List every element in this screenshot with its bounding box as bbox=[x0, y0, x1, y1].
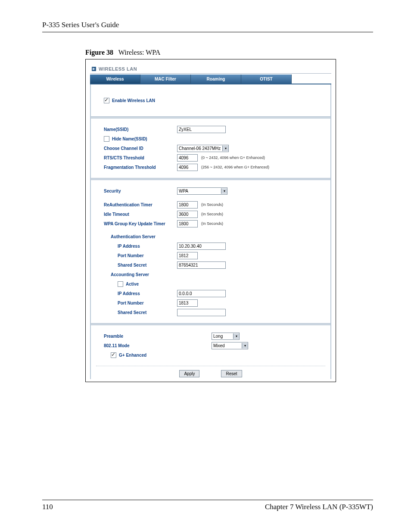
acct-ip-input[interactable] bbox=[177, 290, 226, 297]
preamble-value: Long bbox=[213, 334, 223, 339]
tab-otist[interactable]: OTIST bbox=[241, 75, 292, 84]
bullet-icon bbox=[92, 67, 96, 71]
rts-hint: (0 ~ 2432, 4096 when G+ Enhanced) bbox=[201, 156, 265, 160]
doc-header: P-335 Series User's Guide bbox=[42, 21, 373, 32]
idle-input[interactable] bbox=[177, 211, 198, 218]
chevron-down-icon: ▾ bbox=[221, 188, 227, 194]
channel-value: Channel-06 2437MHz bbox=[179, 146, 221, 151]
preamble-select[interactable]: Long ▾ bbox=[212, 333, 240, 340]
channel-select[interactable]: Channel-06 2437MHz ▾ bbox=[177, 145, 229, 152]
ssid-name-input[interactable] bbox=[177, 126, 226, 133]
security-value: WPA bbox=[179, 189, 188, 193]
panel-title-bar: WIRELESS LAN bbox=[90, 65, 331, 74]
acct-secret-input[interactable] bbox=[177, 309, 226, 316]
idle-hint: (In Seconds) bbox=[201, 212, 223, 216]
reauth-hint: (In Seconds) bbox=[201, 202, 223, 207]
group-key-hint: (In Seconds) bbox=[201, 221, 223, 226]
acct-ip-label: IP Address bbox=[104, 291, 177, 296]
reauth-input[interactable] bbox=[177, 201, 198, 208]
auth-port-input[interactable] bbox=[177, 252, 198, 259]
rts-label: RTS/CTS Threshold bbox=[104, 156, 177, 160]
auth-server-label: Authentication Server bbox=[104, 234, 177, 239]
screenshot-frame: WIRELESS LAN Wireless MAC Filter Roaming… bbox=[85, 59, 336, 382]
auth-ip-label: IP Address bbox=[104, 244, 177, 249]
acct-port-input[interactable] bbox=[177, 299, 198, 307]
auth-secret-label: Shared Secret bbox=[104, 263, 177, 268]
page-footer: 110 Chapter 7 Wireless LAN (P-335WT) bbox=[42, 500, 373, 511]
hide-ssid-checkbox[interactable] bbox=[104, 136, 109, 142]
gplus-label: G+ Enhanced bbox=[119, 353, 146, 358]
tab-wireless[interactable]: Wireless bbox=[90, 75, 140, 84]
rts-input[interactable] bbox=[177, 154, 198, 162]
auth-port-label: Port Number bbox=[104, 253, 177, 258]
reauth-label: ReAuthentication Timer bbox=[104, 202, 177, 207]
figure-caption: Figure 38 Wireless: WPA bbox=[85, 49, 373, 56]
security-label: Security bbox=[104, 189, 177, 193]
page-number: 110 bbox=[42, 503, 53, 511]
acct-port-label: Port Number bbox=[104, 301, 177, 305]
hide-ssid-label: Hide Name(SSID) bbox=[112, 137, 147, 141]
chevron-down-icon: ▾ bbox=[222, 146, 228, 151]
tab-mac-filter[interactable]: MAC Filter bbox=[140, 75, 191, 84]
frag-label: Fragmentation Threshold bbox=[104, 165, 177, 170]
enable-wlan-checkbox[interactable] bbox=[104, 98, 109, 103]
frag-hint: (256 ~ 2432, 4096 when G+ Enhanced) bbox=[201, 165, 269, 169]
frag-input[interactable] bbox=[177, 164, 198, 171]
apply-button[interactable]: Apply bbox=[179, 370, 199, 377]
enable-wlan-label: Enable Wireless LAN bbox=[112, 98, 155, 103]
mode-select[interactable]: Mixed ▾ bbox=[212, 342, 248, 349]
figure-title: Wireless: WPA bbox=[118, 49, 161, 56]
channel-label: Choose Channel ID bbox=[104, 146, 177, 151]
chapter-title: Chapter 7 Wireless LAN (P-335WT) bbox=[265, 503, 373, 511]
group-key-label: WPA Group Key Update Timer bbox=[104, 221, 177, 226]
mode-label: 802.11 Mode bbox=[104, 343, 212, 348]
chevron-down-icon: ▾ bbox=[233, 333, 239, 339]
auth-ip-input[interactable] bbox=[177, 243, 226, 250]
ssid-name-label: Name(SSID) bbox=[104, 127, 177, 132]
acct-secret-label: Shared Secret bbox=[104, 310, 177, 315]
tabs: Wireless MAC Filter Roaming OTIST bbox=[90, 75, 331, 84]
acct-active-label: Active bbox=[126, 282, 139, 286]
acct-server-label: Accounting Server bbox=[104, 272, 177, 277]
chevron-down-icon: ▾ bbox=[242, 343, 248, 348]
preamble-label: Preamble bbox=[104, 334, 212, 339]
idle-label: Idle Timeout bbox=[104, 212, 177, 217]
reset-button[interactable]: Reset bbox=[221, 370, 242, 377]
tab-roaming[interactable]: Roaming bbox=[191, 75, 241, 84]
gplus-checkbox[interactable] bbox=[111, 352, 116, 358]
acct-active-checkbox[interactable] bbox=[118, 281, 123, 287]
panel-title: WIRELESS LAN bbox=[99, 66, 137, 72]
auth-secret-input[interactable] bbox=[177, 261, 226, 269]
mode-value: Mixed bbox=[213, 343, 225, 348]
panel-body: Enable Wireless LAN Name(SSID) Hide Name… bbox=[90, 84, 331, 379]
security-select[interactable]: WPA ▾ bbox=[177, 187, 227, 195]
figure-label: Figure 38 bbox=[85, 49, 113, 56]
group-key-input[interactable] bbox=[177, 220, 198, 227]
